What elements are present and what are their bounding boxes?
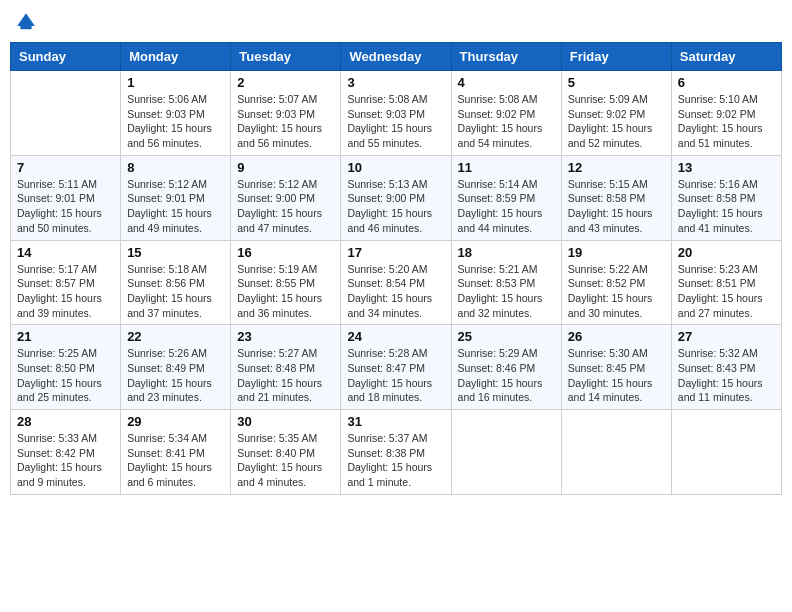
calendar-cell: 24Sunrise: 5:28 AMSunset: 8:47 PMDayligh… [341, 325, 451, 410]
calendar-cell: 26Sunrise: 5:30 AMSunset: 8:45 PMDayligh… [561, 325, 671, 410]
header-day-sunday: Sunday [11, 43, 121, 71]
svg-marker-0 [17, 13, 35, 26]
day-info: Sunrise: 5:07 AMSunset: 9:03 PMDaylight:… [237, 92, 334, 151]
calendar-cell: 19Sunrise: 5:22 AMSunset: 8:52 PMDayligh… [561, 240, 671, 325]
calendar-cell: 9Sunrise: 5:12 AMSunset: 9:00 PMDaylight… [231, 155, 341, 240]
day-number: 11 [458, 160, 555, 175]
header-day-saturday: Saturday [671, 43, 781, 71]
day-info: Sunrise: 5:37 AMSunset: 8:38 PMDaylight:… [347, 431, 444, 490]
day-number: 24 [347, 329, 444, 344]
calendar-cell: 21Sunrise: 5:25 AMSunset: 8:50 PMDayligh… [11, 325, 121, 410]
day-info: Sunrise: 5:18 AMSunset: 8:56 PMDaylight:… [127, 262, 224, 321]
calendar-table: SundayMondayTuesdayWednesdayThursdayFrid… [10, 42, 782, 495]
calendar-cell: 31Sunrise: 5:37 AMSunset: 8:38 PMDayligh… [341, 410, 451, 495]
day-info: Sunrise: 5:27 AMSunset: 8:48 PMDaylight:… [237, 346, 334, 405]
day-info: Sunrise: 5:22 AMSunset: 8:52 PMDaylight:… [568, 262, 665, 321]
calendar-cell: 5Sunrise: 5:09 AMSunset: 9:02 PMDaylight… [561, 71, 671, 156]
day-number: 25 [458, 329, 555, 344]
day-info: Sunrise: 5:16 AMSunset: 8:58 PMDaylight:… [678, 177, 775, 236]
calendar-week-row: 14Sunrise: 5:17 AMSunset: 8:57 PMDayligh… [11, 240, 782, 325]
day-info: Sunrise: 5:08 AMSunset: 9:02 PMDaylight:… [458, 92, 555, 151]
calendar-cell: 20Sunrise: 5:23 AMSunset: 8:51 PMDayligh… [671, 240, 781, 325]
header-day-thursday: Thursday [451, 43, 561, 71]
day-info: Sunrise: 5:13 AMSunset: 9:00 PMDaylight:… [347, 177, 444, 236]
day-number: 7 [17, 160, 114, 175]
calendar-cell: 22Sunrise: 5:26 AMSunset: 8:49 PMDayligh… [121, 325, 231, 410]
day-number: 1 [127, 75, 224, 90]
day-info: Sunrise: 5:12 AMSunset: 9:01 PMDaylight:… [127, 177, 224, 236]
day-info: Sunrise: 5:15 AMSunset: 8:58 PMDaylight:… [568, 177, 665, 236]
calendar-cell [11, 71, 121, 156]
day-info: Sunrise: 5:09 AMSunset: 9:02 PMDaylight:… [568, 92, 665, 151]
day-number: 5 [568, 75, 665, 90]
day-info: Sunrise: 5:19 AMSunset: 8:55 PMDaylight:… [237, 262, 334, 321]
calendar-cell: 16Sunrise: 5:19 AMSunset: 8:55 PMDayligh… [231, 240, 341, 325]
day-info: Sunrise: 5:33 AMSunset: 8:42 PMDaylight:… [17, 431, 114, 490]
calendar-cell: 27Sunrise: 5:32 AMSunset: 8:43 PMDayligh… [671, 325, 781, 410]
calendar-cell [451, 410, 561, 495]
calendar-cell: 2Sunrise: 5:07 AMSunset: 9:03 PMDaylight… [231, 71, 341, 156]
day-number: 15 [127, 245, 224, 260]
calendar-week-row: 1Sunrise: 5:06 AMSunset: 9:03 PMDaylight… [11, 71, 782, 156]
day-info: Sunrise: 5:29 AMSunset: 8:46 PMDaylight:… [458, 346, 555, 405]
day-number: 14 [17, 245, 114, 260]
day-number: 23 [237, 329, 334, 344]
svg-rect-1 [20, 26, 31, 29]
calendar-cell: 14Sunrise: 5:17 AMSunset: 8:57 PMDayligh… [11, 240, 121, 325]
day-number: 12 [568, 160, 665, 175]
day-number: 21 [17, 329, 114, 344]
calendar-cell: 15Sunrise: 5:18 AMSunset: 8:56 PMDayligh… [121, 240, 231, 325]
calendar-cell: 10Sunrise: 5:13 AMSunset: 9:00 PMDayligh… [341, 155, 451, 240]
day-info: Sunrise: 5:35 AMSunset: 8:40 PMDaylight:… [237, 431, 334, 490]
day-number: 17 [347, 245, 444, 260]
calendar-cell: 18Sunrise: 5:21 AMSunset: 8:53 PMDayligh… [451, 240, 561, 325]
day-number: 27 [678, 329, 775, 344]
day-info: Sunrise: 5:20 AMSunset: 8:54 PMDaylight:… [347, 262, 444, 321]
day-number: 31 [347, 414, 444, 429]
day-number: 10 [347, 160, 444, 175]
day-number: 29 [127, 414, 224, 429]
day-info: Sunrise: 5:26 AMSunset: 8:49 PMDaylight:… [127, 346, 224, 405]
calendar-cell: 12Sunrise: 5:15 AMSunset: 8:58 PMDayligh… [561, 155, 671, 240]
day-number: 8 [127, 160, 224, 175]
day-info: Sunrise: 5:23 AMSunset: 8:51 PMDaylight:… [678, 262, 775, 321]
day-info: Sunrise: 5:30 AMSunset: 8:45 PMDaylight:… [568, 346, 665, 405]
header-day-wednesday: Wednesday [341, 43, 451, 71]
calendar-cell: 4Sunrise: 5:08 AMSunset: 9:02 PMDaylight… [451, 71, 561, 156]
day-info: Sunrise: 5:17 AMSunset: 8:57 PMDaylight:… [17, 262, 114, 321]
calendar-cell: 17Sunrise: 5:20 AMSunset: 8:54 PMDayligh… [341, 240, 451, 325]
day-info: Sunrise: 5:28 AMSunset: 8:47 PMDaylight:… [347, 346, 444, 405]
day-info: Sunrise: 5:32 AMSunset: 8:43 PMDaylight:… [678, 346, 775, 405]
calendar-cell: 7Sunrise: 5:11 AMSunset: 9:01 PMDaylight… [11, 155, 121, 240]
day-number: 3 [347, 75, 444, 90]
calendar-cell: 30Sunrise: 5:35 AMSunset: 8:40 PMDayligh… [231, 410, 341, 495]
day-number: 19 [568, 245, 665, 260]
calendar-cell: 1Sunrise: 5:06 AMSunset: 9:03 PMDaylight… [121, 71, 231, 156]
day-info: Sunrise: 5:12 AMSunset: 9:00 PMDaylight:… [237, 177, 334, 236]
calendar-cell: 29Sunrise: 5:34 AMSunset: 8:41 PMDayligh… [121, 410, 231, 495]
logo [14, 10, 42, 34]
day-number: 4 [458, 75, 555, 90]
day-info: Sunrise: 5:08 AMSunset: 9:03 PMDaylight:… [347, 92, 444, 151]
calendar-cell: 28Sunrise: 5:33 AMSunset: 8:42 PMDayligh… [11, 410, 121, 495]
calendar-cell: 13Sunrise: 5:16 AMSunset: 8:58 PMDayligh… [671, 155, 781, 240]
day-info: Sunrise: 5:06 AMSunset: 9:03 PMDaylight:… [127, 92, 224, 151]
day-info: Sunrise: 5:11 AMSunset: 9:01 PMDaylight:… [17, 177, 114, 236]
calendar-cell [671, 410, 781, 495]
day-number: 30 [237, 414, 334, 429]
calendar-header-row: SundayMondayTuesdayWednesdayThursdayFrid… [11, 43, 782, 71]
calendar-week-row: 7Sunrise: 5:11 AMSunset: 9:01 PMDaylight… [11, 155, 782, 240]
day-info: Sunrise: 5:21 AMSunset: 8:53 PMDaylight:… [458, 262, 555, 321]
day-number: 6 [678, 75, 775, 90]
day-info: Sunrise: 5:25 AMSunset: 8:50 PMDaylight:… [17, 346, 114, 405]
header-day-friday: Friday [561, 43, 671, 71]
day-info: Sunrise: 5:14 AMSunset: 8:59 PMDaylight:… [458, 177, 555, 236]
day-number: 18 [458, 245, 555, 260]
calendar-cell: 3Sunrise: 5:08 AMSunset: 9:03 PMDaylight… [341, 71, 451, 156]
day-number: 16 [237, 245, 334, 260]
calendar-cell: 25Sunrise: 5:29 AMSunset: 8:46 PMDayligh… [451, 325, 561, 410]
day-number: 22 [127, 329, 224, 344]
logo-icon [14, 10, 38, 34]
calendar-cell: 11Sunrise: 5:14 AMSunset: 8:59 PMDayligh… [451, 155, 561, 240]
day-number: 2 [237, 75, 334, 90]
